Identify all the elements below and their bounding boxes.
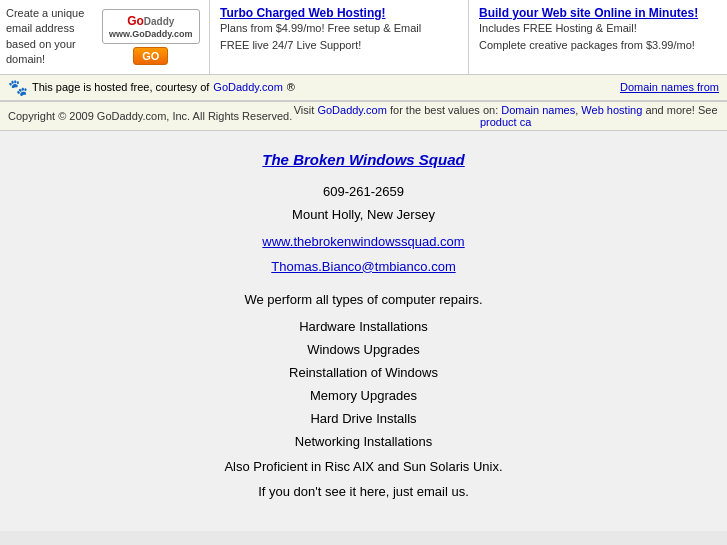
- visit-suffix: for the best values on:: [390, 104, 498, 116]
- visit-prefix: Visit: [294, 104, 315, 116]
- banner-right-line2: Complete creative packages from $3.99/mo…: [479, 37, 717, 54]
- godaddy-copyright-link[interactable]: GoDaddy.com: [317, 104, 387, 116]
- banner-middle: Turbo Charged Web Hosting! Plans from $4…: [210, 0, 469, 74]
- banner-middle-line2: FREE live 24/7 Live Support!: [220, 37, 458, 54]
- banner-right-line1: Includes FREE Hosting & Email!: [479, 20, 717, 37]
- service-item-1: Windows Upgrades: [10, 342, 717, 357]
- service-item-4: Hard Drive Installs: [10, 411, 717, 426]
- info-bar-left: 🐾 This page is hosted free, courtesy of …: [8, 78, 295, 97]
- main-content: The Broken Windows Squad 609-261-2659 Mo…: [0, 131, 727, 531]
- go-button[interactable]: GO: [133, 47, 168, 65]
- banner-middle-line1: Plans from $4.99/mo! Free setup & Email: [220, 20, 458, 37]
- domain-names-link[interactable]: Domain names: [501, 104, 575, 116]
- paw-icon: 🐾: [8, 78, 28, 97]
- banner-left-text: Create a unique email address based on y…: [6, 6, 96, 68]
- service-intro: We perform all types of computer repairs…: [10, 292, 717, 307]
- banner-left: Create a unique email address based on y…: [0, 0, 210, 74]
- hosted-text: This page is hosted free, courtesy of: [32, 81, 209, 93]
- and-more-text: and more! See: [645, 104, 717, 116]
- footer-note: If you don't see it here, just email us.: [10, 484, 717, 499]
- web-hosting-link[interactable]: Web hosting: [581, 104, 642, 116]
- copyright-text: Copyright © 2009 GoDaddy.com, Inc. All R…: [8, 110, 292, 122]
- website-link[interactable]: www.thebrokenwindowssquad.com: [10, 234, 717, 249]
- info-bar-right[interactable]: Domain names from: [620, 81, 719, 93]
- godaddy-info-link[interactable]: GoDaddy.com: [213, 81, 283, 93]
- info-bar: 🐾 This page is hosted free, courtesy of …: [0, 75, 727, 102]
- godaddy-logo-box[interactable]: GoDaddy www.GoDaddy.com: [102, 9, 200, 44]
- service-item-2: Reinstallation of Windows: [10, 365, 717, 380]
- banner-right: Build your Web site Online in Minutes! I…: [469, 0, 727, 74]
- copyright-middle: Visit GoDaddy.com for the best values on…: [292, 104, 719, 128]
- service-item-3: Memory Upgrades: [10, 388, 717, 403]
- email-link[interactable]: Thomas.Bianco@tmbianco.com: [10, 259, 717, 274]
- services-list: Hardware Installations Windows Upgrades …: [10, 319, 717, 449]
- company-title: The Broken Windows Squad: [10, 151, 717, 168]
- service-item-5: Networking Installations: [10, 434, 717, 449]
- service-item-0: Hardware Installations: [10, 319, 717, 334]
- banner-right-title[interactable]: Build your Web site Online in Minutes!: [479, 6, 717, 20]
- product-catalog-link[interactable]: product ca: [480, 116, 531, 128]
- phone-number: 609-261-2659: [10, 184, 717, 199]
- proficiency-text: Also Proficient in Risc AIX and Sun Sola…: [10, 459, 717, 474]
- copyright-bar: Copyright © 2009 GoDaddy.com, Inc. All R…: [0, 102, 727, 131]
- banner-middle-title[interactable]: Turbo Charged Web Hosting!: [220, 6, 458, 20]
- registered-symbol: ®: [287, 81, 295, 93]
- location: Mount Holly, New Jersey: [10, 207, 717, 222]
- top-banner: Create a unique email address based on y…: [0, 0, 727, 75]
